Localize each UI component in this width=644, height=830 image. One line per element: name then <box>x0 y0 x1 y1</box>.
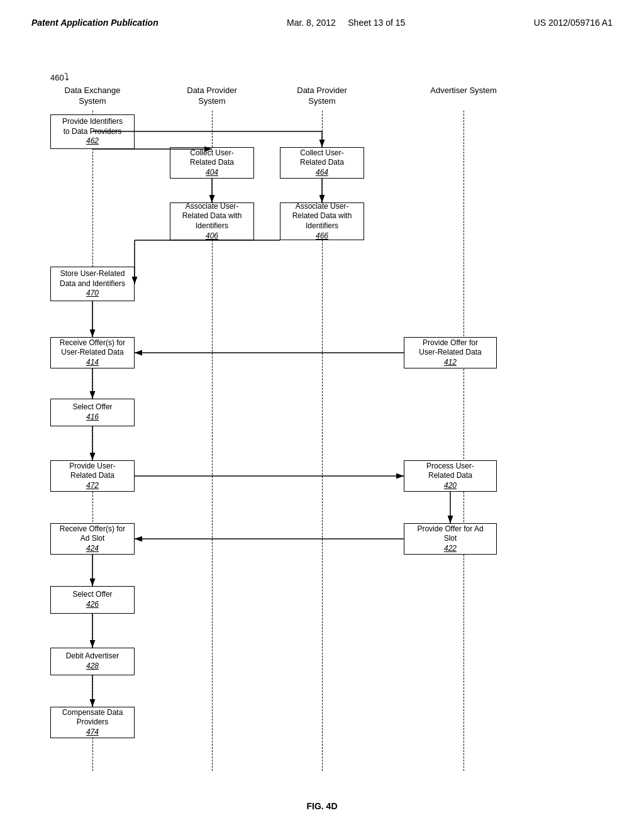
figure-label: FIG. 4D <box>0 801 644 811</box>
patent-diagram: 460⤵ Data ExchangeSystem Data ProviderSy… <box>39 65 605 788</box>
vline-col4 <box>464 111 464 771</box>
box-404: Collect User-Related Data 404 <box>170 147 254 179</box>
box-414: Receive Offer(s) forUser-Related Data 41… <box>50 337 135 368</box>
box-406: Associate User-Related Data withIdentifi… <box>170 202 254 240</box>
page: Patent Application Publication Mar. 8, 2… <box>0 0 644 830</box>
diagram-id-label: 460⤵ <box>50 72 69 83</box>
box-426: Select Offer 426 <box>50 586 135 614</box>
col-header-4: Advertiser System <box>423 86 504 96</box>
header-publication-label: Patent Application Publication <box>31 18 158 28</box>
box-462: Provide Identifiersto Data Providers 462 <box>50 114 135 149</box>
header-patent-number: US 2012/059716 A1 <box>534 18 613 28</box>
page-header: Patent Application Publication Mar. 8, 2… <box>0 0 644 28</box>
box-412: Provide Offer forUser-Related Data 412 <box>404 337 497 368</box>
box-466: Associate User-Related Data withIdentifi… <box>280 202 364 240</box>
box-420: Process User-Related Data 420 <box>404 460 497 492</box>
box-422: Provide Offer for AdSlot 422 <box>404 523 497 555</box>
header-date-sheet: Mar. 8, 2012 Sheet 13 of 15 <box>287 18 405 28</box>
box-474: Compensate DataProviders 474 <box>50 707 135 738</box>
box-416: Select Offer 416 <box>50 399 135 426</box>
header-sheet: Sheet 13 of 15 <box>348 18 405 28</box>
col-header-1: Data ExchangeSystem <box>52 86 133 107</box>
box-428: Debit Advertiser 428 <box>50 648 135 675</box>
box-472: Provide User-Related Data 472 <box>50 460 135 492</box>
header-date: Mar. 8, 2012 <box>287 18 336 28</box>
col-header-2: Data ProviderSystem <box>174 86 250 107</box>
col-header-3: Data ProviderSystem <box>284 86 360 107</box>
box-470: Store User-RelatedData and Identifiers 4… <box>50 267 135 301</box>
box-424: Receive Offer(s) forAd Slot 424 <box>50 523 135 555</box>
box-464: Collect User-Related Data 464 <box>280 147 364 179</box>
